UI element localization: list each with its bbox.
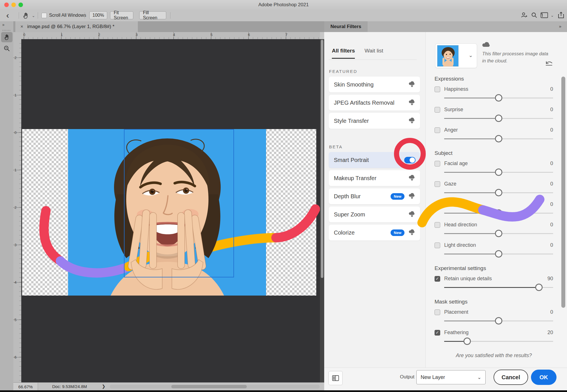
filter-card[interactable]: Colorize New: [329, 225, 420, 241]
ruler-number: 4: [14, 280, 16, 284]
neural-filters-tab[interactable]: Neural Filters: [324, 21, 368, 32]
scrollbar-thumb[interactable]: [171, 385, 247, 388]
setting-label: Light direction: [444, 242, 476, 248]
filter-card[interactable]: Smart Portrait: [329, 152, 420, 168]
setting-checkbox[interactable]: [435, 330, 440, 336]
slider-track[interactable]: [444, 118, 553, 119]
scroll-all-windows-label: Scroll All Windows: [49, 13, 86, 18]
slider-row: Surprise 0: [435, 105, 553, 125]
fit-screen-button[interactable]: Fit Screen: [110, 11, 133, 19]
panel-collapse-icon[interactable]: »: [559, 24, 561, 29]
tab-wait-list[interactable]: Wait list: [364, 48, 383, 59]
slider-track[interactable]: [444, 213, 553, 214]
slider-track[interactable]: [444, 233, 553, 234]
zoom-100-button[interactable]: 100%: [89, 11, 107, 19]
add-user-icon[interactable]: [521, 12, 528, 20]
photoshop-window: Adobe Photoshop 2021 ‹ ⌄ Scroll All Wind…: [0, 0, 567, 392]
filter-card[interactable]: Depth Blur New: [329, 188, 420, 204]
slider-handle[interactable]: [495, 135, 502, 142]
ruler-number: 3: [136, 33, 138, 37]
filter-card[interactable]: JPEG Artifacts Removal: [329, 95, 420, 111]
slider-track[interactable]: [444, 138, 553, 139]
expand-tools-icon[interactable]: »: [2, 22, 4, 27]
slider-track[interactable]: [444, 341, 553, 342]
setting-value: 0: [550, 181, 553, 187]
slider-track[interactable]: [444, 254, 553, 254]
hand-tool-button[interactable]: [1, 32, 12, 42]
slider-handle[interactable]: [495, 250, 502, 258]
canvas-horizontal-scrollbar[interactable]: [110, 385, 320, 389]
slider-handle[interactable]: [495, 94, 502, 102]
setting-checkbox[interactable]: [435, 127, 440, 133]
featured-header: FEATURED: [329, 69, 357, 74]
setting-checkbox[interactable]: [435, 87, 440, 92]
output-dropdown[interactable]: New Layer ⌄: [416, 370, 486, 384]
slider-handle[interactable]: [535, 284, 543, 291]
ok-button[interactable]: OK: [531, 370, 557, 385]
workspace-panel-icon[interactable]: [541, 12, 548, 19]
ruler-number: 2: [98, 33, 100, 37]
ruler-number: 2: [14, 205, 16, 210]
setting-checkbox[interactable]: [435, 181, 440, 187]
canvas-vertical-scrollbar[interactable]: [320, 39, 324, 382]
setting-checkbox[interactable]: [435, 309, 440, 315]
preview-thumbnail-card[interactable]: ⌄: [435, 43, 477, 68]
panel-footer: Output New Layer ⌄ Cancel OK: [324, 368, 567, 392]
tab-all-filters[interactable]: All filters: [332, 48, 355, 59]
panel-body: All filters Wait list FEATURED Skin Smoo…: [324, 32, 567, 392]
thumbnail-chevron-icon[interactable]: ⌄: [469, 52, 473, 58]
filter-toggle[interactable]: [404, 157, 416, 163]
setting-label: Feathering: [444, 330, 469, 336]
filter-card[interactable]: Style Transfer: [329, 113, 420, 129]
back-arrow-icon[interactable]: ‹: [6, 10, 9, 21]
hand-tool-menu-chevron-icon[interactable]: ⌄: [32, 13, 35, 18]
close-tab-icon[interactable]: ×: [20, 24, 23, 29]
filter-card[interactable]: Skin Smoothing: [329, 77, 420, 92]
setting-checkbox[interactable]: [435, 202, 440, 207]
slider-handle[interactable]: [495, 168, 502, 176]
document-tab[interactable]: × image.psd @ 66.7% (Layer 1, RGB/8#) *: [15, 21, 138, 32]
slider-handle[interactable]: [495, 189, 502, 196]
fill-screen-button[interactable]: Fill Screen: [139, 11, 166, 19]
window-bottom-edge: [0, 390, 567, 392]
share-icon[interactable]: [558, 12, 564, 20]
slider-handle[interactable]: [495, 230, 502, 237]
slider-track[interactable]: [444, 98, 553, 98]
zoom-tool-button[interactable]: [1, 43, 12, 54]
slider-handle[interactable]: [495, 317, 502, 324]
filter-card[interactable]: Super Zoom: [329, 206, 420, 222]
search-icon[interactable]: [531, 12, 538, 20]
status-chevron-icon[interactable]: ❯: [102, 384, 106, 389]
slider-track[interactable]: [444, 172, 553, 173]
setting-label: Placement: [444, 309, 468, 315]
preview-compare-button[interactable]: [328, 371, 343, 385]
setting-checkbox[interactable]: [435, 161, 440, 167]
slider-track[interactable]: [444, 287, 553, 288]
slider-track[interactable]: [444, 321, 553, 321]
cancel-button[interactable]: Cancel: [494, 370, 528, 385]
setting-value: 90: [547, 276, 553, 282]
featured-list: Skin Smoothing JPEG Artifacts Removal: [329, 77, 420, 129]
setting-checkbox[interactable]: [435, 107, 440, 113]
new-badge: New: [391, 193, 404, 200]
layer-selection-box[interactable]: [124, 129, 234, 277]
slider-handle[interactable]: [495, 209, 502, 217]
slider-handle[interactable]: [495, 115, 502, 122]
setting-checkbox[interactable]: [435, 243, 440, 248]
setting-checkbox[interactable]: [435, 276, 440, 282]
zoom-level-field[interactable]: 66.67%: [13, 383, 38, 391]
workspace-menu-chevron-icon[interactable]: ⌄: [551, 13, 554, 18]
slider-handle[interactable]: [463, 338, 471, 345]
setting-value: 0: [550, 107, 553, 113]
setting-checkbox[interactable]: [435, 222, 440, 228]
panel-grip[interactable]: [3, 30, 10, 31]
panel-scrollbar[interactable]: [561, 77, 565, 308]
canvas-viewport[interactable]: [21, 39, 320, 382]
scroll-all-windows-checkbox[interactable]: [41, 13, 47, 18]
scrollbar-thumb[interactable]: [321, 40, 323, 278]
hand-tool-icon[interactable]: [22, 12, 29, 20]
section-title: Experimental settings: [435, 265, 553, 272]
filter-card[interactable]: Makeup Transfer: [329, 170, 420, 186]
reset-filter-icon[interactable]: [545, 61, 553, 67]
slider-track[interactable]: [444, 192, 553, 193]
